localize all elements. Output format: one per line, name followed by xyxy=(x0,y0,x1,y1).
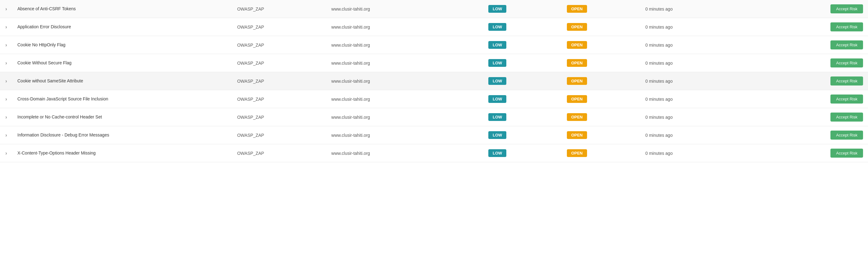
status-cell: OPEN xyxy=(562,54,641,72)
finding-name-cell: Cookie No HttpOnly Flag xyxy=(12,36,232,54)
severity-badge: LOW xyxy=(488,113,506,121)
severity-badge: LOW xyxy=(488,95,506,103)
action-cell[interactable]: Accept Risk xyxy=(758,72,868,90)
finding-name-text: Information Disclosure - Debug Error Mes… xyxy=(18,132,109,137)
time-text: 0 minutes ago xyxy=(645,151,673,156)
tool-name-cell: OWASP_ZAP xyxy=(232,18,326,36)
expand-chevron-cell[interactable]: › xyxy=(0,0,12,18)
action-cell[interactable]: Accept Risk xyxy=(758,126,868,144)
tool-name-cell: OWASP_ZAP xyxy=(232,0,326,18)
finding-name-cell: Cookie without SameSite Attribute xyxy=(12,72,232,90)
action-cell[interactable]: Accept Risk xyxy=(758,90,868,108)
finding-name-text: Application Error Disclosure xyxy=(18,24,71,29)
accept-risk-button[interactable]: Accept Risk xyxy=(831,58,863,68)
target-url-cell: www.clusir-tahiti.org xyxy=(326,54,483,72)
action-cell[interactable]: Accept Risk xyxy=(758,54,868,72)
severity-cell: LOW xyxy=(483,144,562,162)
expand-chevron-cell[interactable]: › xyxy=(0,108,12,126)
severity-badge: LOW xyxy=(488,149,506,157)
target-url-cell: www.clusir-tahiti.org xyxy=(326,18,483,36)
accept-risk-button[interactable]: Accept Risk xyxy=(831,41,863,49)
table-row: › Cookie Without Secure Flag OWASP_ZAP w… xyxy=(0,54,868,72)
accept-risk-button[interactable]: Accept Risk xyxy=(831,4,863,14)
status-cell: OPEN xyxy=(562,90,641,108)
status-badge: OPEN xyxy=(567,149,587,157)
tool-name-text: OWASP_ZAP xyxy=(237,151,264,156)
accept-risk-button[interactable]: Accept Risk xyxy=(831,77,863,85)
chevron-right-icon: › xyxy=(5,97,7,102)
expand-chevron-cell[interactable]: › xyxy=(0,18,12,36)
status-cell: OPEN xyxy=(562,0,641,18)
accept-risk-button[interactable]: Accept Risk xyxy=(831,112,863,122)
action-cell[interactable]: Accept Risk xyxy=(758,108,868,126)
time-text: 0 minutes ago xyxy=(645,43,673,48)
action-cell[interactable]: Accept Risk xyxy=(758,36,868,54)
table-row: › Absence of Anti-CSRF Tokens OWASP_ZAP … xyxy=(0,0,868,18)
finding-name-cell: Incomplete or No Cache-control Header Se… xyxy=(12,108,232,126)
target-url-text: www.clusir-tahiti.org xyxy=(331,79,370,84)
accept-risk-button[interactable]: Accept Risk xyxy=(831,95,863,104)
time-cell: 0 minutes ago xyxy=(641,90,758,108)
status-badge: OPEN xyxy=(567,77,587,85)
tool-name-cell: OWASP_ZAP xyxy=(232,72,326,90)
target-url-text: www.clusir-tahiti.org xyxy=(331,115,370,120)
target-url-cell: www.clusir-tahiti.org xyxy=(326,72,483,90)
expand-chevron-cell[interactable]: › xyxy=(0,126,12,144)
accept-risk-button[interactable]: Accept Risk xyxy=(831,22,863,31)
target-url-text: www.clusir-tahiti.org xyxy=(331,97,370,102)
severity-badge: LOW xyxy=(488,5,506,13)
severity-cell: LOW xyxy=(483,54,562,72)
status-cell: OPEN xyxy=(562,108,641,126)
severity-badge: LOW xyxy=(488,59,506,67)
chevron-right-icon: › xyxy=(5,24,7,30)
tool-name-cell: OWASP_ZAP xyxy=(232,90,326,108)
time-cell: 0 minutes ago xyxy=(641,18,758,36)
table-row: › Application Error Disclosure OWASP_ZAP… xyxy=(0,18,868,36)
expand-chevron-cell[interactable]: › xyxy=(0,36,12,54)
severity-cell: LOW xyxy=(483,90,562,108)
status-cell: OPEN xyxy=(562,144,641,162)
finding-name-text: Cookie Without Secure Flag xyxy=(18,60,71,65)
time-cell: 0 minutes ago xyxy=(641,54,758,72)
target-url-cell: www.clusir-tahiti.org xyxy=(326,36,483,54)
severity-badge: LOW xyxy=(488,23,506,31)
status-badge: OPEN xyxy=(567,95,587,103)
tool-name-cell: OWASP_ZAP xyxy=(232,144,326,162)
tool-name-text: OWASP_ZAP xyxy=(237,97,264,102)
expand-chevron-cell[interactable]: › xyxy=(0,54,12,72)
tool-name-text: OWASP_ZAP xyxy=(237,43,264,48)
accept-risk-button[interactable]: Accept Risk xyxy=(831,131,863,140)
time-text: 0 minutes ago xyxy=(645,115,673,120)
time-cell: 0 minutes ago xyxy=(641,0,758,18)
target-url-text: www.clusir-tahiti.org xyxy=(331,133,370,138)
finding-name-text: Cookie without SameSite Attribute xyxy=(18,78,83,83)
status-cell: OPEN xyxy=(562,72,641,90)
accept-risk-button[interactable]: Accept Risk xyxy=(831,149,863,158)
target-url-text: www.clusir-tahiti.org xyxy=(331,25,370,30)
action-cell[interactable]: Accept Risk xyxy=(758,144,868,162)
expand-chevron-cell[interactable]: › xyxy=(0,90,12,108)
tool-name-text: OWASP_ZAP xyxy=(237,115,264,120)
finding-name-cell: X-Content-Type-Options Header Missing xyxy=(12,144,232,162)
time-cell: 0 minutes ago xyxy=(641,36,758,54)
time-text: 0 minutes ago xyxy=(645,79,673,84)
status-badge: OPEN xyxy=(567,113,587,121)
status-cell: OPEN xyxy=(562,36,641,54)
action-cell[interactable]: Accept Risk xyxy=(758,18,868,36)
severity-badge: LOW xyxy=(488,41,506,49)
tool-name-text: OWASP_ZAP xyxy=(237,61,264,65)
time-cell: 0 minutes ago xyxy=(641,108,758,126)
severity-cell: LOW xyxy=(483,108,562,126)
expand-chevron-cell[interactable]: › xyxy=(0,144,12,162)
status-cell: OPEN xyxy=(562,18,641,36)
tool-name-text: OWASP_ZAP xyxy=(237,6,264,11)
chevron-right-icon: › xyxy=(5,60,7,66)
finding-name-cell: Cross-Domain JavaScript Source File Incl… xyxy=(12,90,232,108)
time-cell: 0 minutes ago xyxy=(641,72,758,90)
tool-name-cell: OWASP_ZAP xyxy=(232,108,326,126)
expand-chevron-cell[interactable]: › xyxy=(0,72,12,90)
time-text: 0 minutes ago xyxy=(645,61,673,65)
action-cell[interactable]: Accept Risk xyxy=(758,0,868,18)
finding-name-text: Incomplete or No Cache-control Header Se… xyxy=(18,114,102,119)
target-url-text: www.clusir-tahiti.org xyxy=(331,43,370,48)
